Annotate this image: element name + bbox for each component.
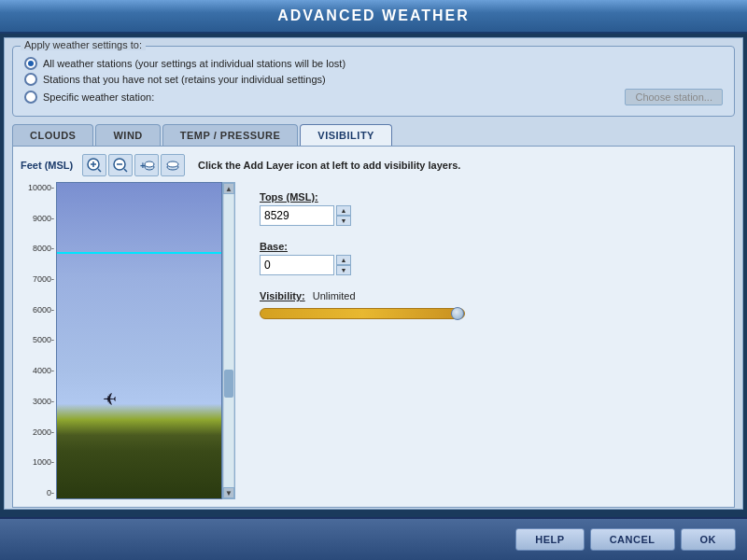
ok-button[interactable]: OK [681,528,737,551]
visibility-slider-track[interactable] [260,308,465,319]
panel-body: 10000- 9000- 8000- 7000- 6000- 5000- 400… [21,182,726,499]
y-label-1000: 1000- [33,458,54,467]
tops-input-row: ▲ ▼ [260,205,712,226]
window-title: ADVANCED WEATHER [277,7,470,24]
visibility-label: Visibility: [260,290,305,301]
zoom-in-button[interactable] [82,154,106,176]
base-spin-up[interactable]: ▲ [336,255,351,265]
y-label-8000: 8000- [33,245,54,253]
settings-panel: Tops (MSL): ▲ ▼ Base: [245,182,726,499]
scrollbar-track[interactable] [224,194,233,487]
chart-area[interactable]: ✈ [56,182,222,499]
title-bar: ADVANCED WEATHER [0,0,747,34]
y-label-3000: 3000- [33,398,54,406]
apply-settings-box: Apply weather settings to: All weather s… [12,46,735,117]
toolbar-row: Feet (MSL) + [21,154,726,176]
radio-all[interactable] [24,57,37,70]
apply-settings-legend: Apply weather settings to: [21,39,146,50]
feet-msl-label: Feet (MSL) [21,160,77,171]
base-field-group: Base: ▲ ▼ [260,241,712,275]
y-label-4000: 4000- [33,367,54,375]
svg-line-6 [124,169,127,172]
base-label: Base: [260,241,712,252]
zoom-out-button[interactable] [108,154,133,176]
base-input[interactable] [260,255,334,275]
scrollbar-thumb[interactable] [224,370,233,398]
y-label-2000: 2000- [33,428,54,437]
base-spin-group: ▲ ▼ [336,255,351,275]
svg-point-11 [167,161,178,167]
radio-unset[interactable] [24,73,37,86]
radio-label-unset: Stations that you have not set (retains … [43,74,326,85]
tops-line [57,252,221,254]
tab-wind[interactable]: WIND [95,124,160,146]
airplane-icon: ✈ [103,389,117,410]
instruction-text: Click the Add Layer icon at left to add … [198,160,460,171]
visibility-tab-panel: Feet (MSL) + [12,146,735,508]
svg-point-9 [145,161,154,167]
visibility-slider-thumb[interactable] [451,307,464,320]
tabs-row: CLOUDS WIND TEMP / PRESSURE VISIBILITY [12,124,735,146]
visibility-value: Unlimited [313,290,356,301]
choose-station-button[interactable]: Choose station... [625,89,723,105]
y-axis: 10000- 9000- 8000- 7000- 6000- 5000- 400… [21,182,56,499]
tops-label: Tops (MSL): [260,191,712,203]
y-label-5000: 5000- [33,336,54,344]
tops-spin-up[interactable]: ▲ [336,205,351,216]
y-label-7000: 7000- [33,275,54,284]
tops-spin-down[interactable]: ▼ [336,216,351,226]
add-layer-button[interactable]: + [134,154,159,176]
visibility-field-group: Visibility: Unlimited [260,290,712,319]
cancel-button[interactable]: CANCEL [590,528,675,551]
radio-label-all: All weather stations (your settings at i… [43,58,345,69]
help-button[interactable]: HELP [515,528,584,551]
scrollbar-up-button[interactable]: ▲ [223,183,234,194]
bottom-bar: HELP CANCEL OK [0,517,747,560]
tab-temp-pressure[interactable]: TEMP / PRESSURE [162,124,299,146]
radio-label-specific: Specific weather station: [43,91,154,103]
tops-input[interactable] [260,205,334,226]
radio-specific[interactable] [24,91,37,104]
visibility-slider-container[interactable] [260,308,465,319]
radio-row-specific[interactable]: Specific weather station: Choose station… [24,89,723,105]
y-label-9000: 9000- [33,215,54,223]
tab-visibility[interactable]: VISIBILITY [300,124,392,146]
y-label-10000: 10000- [28,184,54,192]
base-input-row: ▲ ▼ [260,255,712,275]
main-content: Apply weather settings to: All weather s… [4,37,743,510]
y-label-6000: 6000- [33,306,54,315]
tops-spin-group: ▲ ▼ [336,205,351,226]
chart-scrollbar[interactable]: ▲ ▼ [222,182,235,499]
visibility-label-row: Visibility: Unlimited [260,290,712,301]
radio-row-all[interactable]: All weather stations (your settings at i… [24,57,723,70]
radio-row-unset[interactable]: Stations that you have not set (retains … [24,73,723,86]
tops-field-group: Tops (MSL): ▲ ▼ [260,191,712,226]
chart-container: 10000- 9000- 8000- 7000- 6000- 5000- 400… [21,182,235,499]
scrollbar-down-button[interactable]: ▼ [223,487,234,498]
tab-clouds[interactable]: CLOUDS [12,124,93,146]
y-label-0: 0- [47,489,54,497]
svg-line-3 [98,169,101,172]
base-spin-down[interactable]: ▼ [336,265,351,275]
remove-layer-button[interactable] [161,154,185,176]
